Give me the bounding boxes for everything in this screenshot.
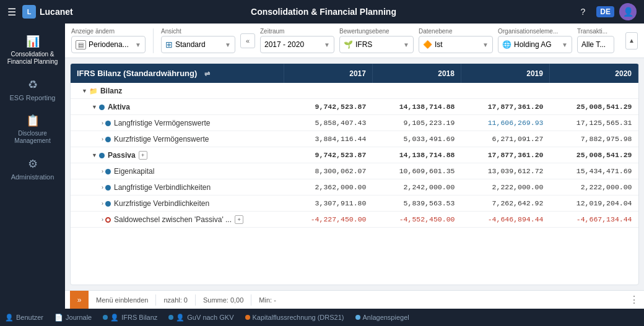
anzeige-value: Periodena... xyxy=(89,40,129,49)
status-divider-1 xyxy=(155,294,156,306)
row-expand-icon[interactable]: › xyxy=(102,136,103,142)
table-header-title: IFRS Bilanz (Standardwährung) ⇌ xyxy=(71,64,284,83)
footer-tab-anlage[interactable]: Anlagenspiegel xyxy=(355,314,409,321)
sidebar-item-consolidation[interactable]: 📊 Consolidation & Financial Planning xyxy=(0,28,65,72)
row-value-5-2: 13,039,612.72 xyxy=(461,163,549,179)
zeitraum-dropdown[interactable]: 2017 - 2020 ▼ xyxy=(260,36,334,53)
row-text: Kurzfristige Vermögenswerte xyxy=(114,135,209,144)
row-expand-icon[interactable]: › xyxy=(102,184,103,191)
col-header-2019: 2019 xyxy=(461,64,549,83)
footer-tab-guv[interactable]: 👤 GuV nach GKV xyxy=(168,314,233,322)
row-value-7-0: 3,307,911.80 xyxy=(284,195,372,212)
ansicht-dropdown[interactable]: ⊞ Standard ▼ xyxy=(161,36,235,53)
row-expand-icon[interactable]: ▼ xyxy=(92,104,97,110)
row-value-4-1: 14,138,714.88 xyxy=(372,147,461,163)
topbar-actions: ? DE 👤 xyxy=(574,3,637,20)
row-value-0-2 xyxy=(461,83,549,99)
row-text: Passiva xyxy=(108,151,136,160)
ifrs-label: IFRS Bilanz xyxy=(121,314,157,321)
user-icon: 👤 xyxy=(623,7,633,17)
sidebar-item-disclosure[interactable]: 📋 Disclosure Management xyxy=(0,108,65,151)
settings-icon[interactable]: ⇌ xyxy=(204,70,210,77)
row-label-8: ›Saldowechsel zwischen 'Passiva' ...+ xyxy=(71,212,284,228)
org-label: Organisationseleme... xyxy=(498,28,572,35)
menu-label: Menü einblenden xyxy=(96,296,148,304)
footer-tab-ifrs[interactable]: 👤 IFRS Bilanz xyxy=(103,314,157,322)
anzeige-dropdown[interactable]: ▤ Periodena... ▼ xyxy=(71,36,146,53)
datenebene-dropdown[interactable]: 🔶 Ist ▼ xyxy=(419,36,493,53)
ifrs-icon: 👤 xyxy=(110,314,119,322)
row-expand-icon[interactable]: ▼ xyxy=(92,152,97,158)
sidebar-item-administration[interactable]: ⚙ Administration xyxy=(0,151,65,187)
administration-icon: ⚙ xyxy=(28,157,38,171)
dot-red-icon xyxy=(105,217,111,223)
help-button[interactable]: ? xyxy=(574,3,591,20)
hamburger-icon[interactable]: ☰ xyxy=(7,6,16,18)
row-value-4-0: 9,742,523.87 xyxy=(284,147,372,163)
benutzer-icon: 👤 xyxy=(5,314,14,322)
bewertungsebene-dropdown[interactable]: 🌱 IFRS ▼ xyxy=(339,36,414,53)
expand-sidebar-button[interactable]: » xyxy=(70,291,89,309)
datenebene-filter-group: Datenebene 🔶 Ist ▼ xyxy=(419,28,493,53)
footer-tab-journale[interactable]: 📄 Journale xyxy=(54,314,92,322)
sidebar-item-esg[interactable]: ♻ ESG Reporting xyxy=(0,72,65,108)
row-expand-plus-icon[interactable]: + xyxy=(235,215,243,224)
row-value-3-3: 7,882,975.98 xyxy=(549,131,638,147)
row-label-1: ▼Aktiva xyxy=(71,99,284,115)
row-value-8-1: -4,552,450.00 xyxy=(372,212,461,228)
row-value-6-0: 2,362,000.00 xyxy=(284,179,372,195)
footer-tabs: 👤 Benutzer 📄 Journale 👤 IFRS Bilanz 👤 Gu… xyxy=(0,309,644,326)
user-avatar[interactable]: 👤 xyxy=(619,3,637,20)
more-options-icon[interactable]: ⋮ xyxy=(629,294,639,306)
summe-label: Summe: 0,00 xyxy=(203,296,243,304)
row-expand-icon[interactable]: › xyxy=(102,120,103,126)
row-value-1-3: 25,008,541.29 xyxy=(549,99,638,115)
row-text: Eigenkapital xyxy=(114,167,154,176)
row-expand-icon[interactable]: ▼ xyxy=(82,88,87,94)
bewertungsebene-chevron-icon: ▼ xyxy=(403,41,409,48)
topbar: ☰ L Lucanet Consolidation & Financial Pl… xyxy=(0,0,644,24)
row-value-1-1: 14,138,714.88 xyxy=(372,99,461,115)
row-value-2-0: 5,858,407.43 xyxy=(284,115,372,131)
bewertungsebene-filter-group: Bewertungsebene 🌱 IFRS ▼ xyxy=(339,28,414,53)
footer-tab-kapital[interactable]: Kapitalflussrechnung (DRS21) xyxy=(245,314,344,321)
disclosure-icon: 📋 xyxy=(26,114,40,127)
scroll-up-button[interactable]: ▲ xyxy=(625,32,638,49)
datenebene-icon: 🔶 xyxy=(423,40,432,49)
row-text: Saldowechsel zwischen 'Passiva' ... xyxy=(114,215,232,224)
row-value-1-2: 17,877,361.20 xyxy=(461,99,549,115)
row-label-6: ›Langfristige Verbindlichkeiten xyxy=(71,179,284,195)
dot-blue-icon xyxy=(99,105,105,110)
org-chevron-icon: ▼ xyxy=(562,41,568,48)
sidebar-item-disclosure-label: Disclosure Management xyxy=(2,130,63,145)
row-expand-icon[interactable]: › xyxy=(102,200,103,207)
anlage-dot xyxy=(355,315,360,320)
collapse-button[interactable]: « xyxy=(240,33,255,48)
row-label-2: ›Langfristige Vermögenswerte xyxy=(71,115,284,131)
main-layout: 📊 Consolidation & Financial Planning ♻ E… xyxy=(0,24,644,309)
ifrs-dot xyxy=(103,315,108,320)
row-expand-plus-icon[interactable]: + xyxy=(139,151,147,160)
table-row: ›Langfristige Vermögenswerte5,858,407.43… xyxy=(71,115,638,131)
row-value-2-1: 9,105,223.19 xyxy=(372,115,461,131)
ansicht-label: Ansicht xyxy=(161,28,235,35)
kapital-label: Kapitalflussrechnung (DRS21) xyxy=(253,314,344,321)
footer-tab-benutzer[interactable]: 👤 Benutzer xyxy=(5,314,43,322)
org-filter-group: Organisationseleme... 🌐 Holding AG ▼ xyxy=(498,28,572,53)
row-label-7: ›Kurzfristige Verbindlichkeiten xyxy=(71,195,284,212)
transaktion-label: Transakti... xyxy=(577,28,614,35)
ansicht-chevron-icon: ▼ xyxy=(225,41,231,48)
sidebar-item-esg-label: ESG Reporting xyxy=(10,94,56,101)
row-expand-icon[interactable]: › xyxy=(102,217,103,223)
row-expand-icon[interactable]: › xyxy=(102,168,103,174)
language-badge[interactable]: DE xyxy=(596,6,614,17)
journale-label: Journale xyxy=(66,314,92,321)
bewertungsebene-label: Bewertungsebene xyxy=(339,28,414,35)
row-value-0-3 xyxy=(549,83,638,99)
sidebar: 📊 Consolidation & Financial Planning ♻ E… xyxy=(0,24,65,309)
row-value-5-3: 15,434,471.69 xyxy=(549,163,638,179)
min-label: Min: - xyxy=(259,296,276,304)
ansicht-icon: ⊞ xyxy=(165,40,173,49)
org-dropdown[interactable]: 🌐 Holding AG ▼ xyxy=(498,36,572,53)
transaktion-dropdown[interactable]: Alle T... xyxy=(577,36,614,53)
